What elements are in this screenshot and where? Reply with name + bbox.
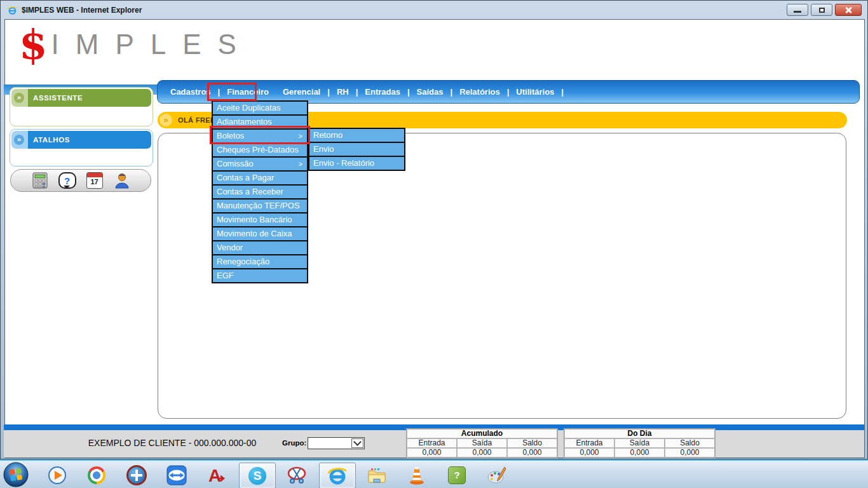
menu-separator: | (561, 87, 564, 97)
menu-financeiro[interactable]: Financeiro (223, 85, 273, 99)
simples-logo: $ IMPLES (19, 25, 253, 64)
assistente-header[interactable]: » ASSISTENTE (11, 89, 151, 107)
dropdown-item-boletos[interactable]: Boletos> (212, 128, 308, 144)
ammyy-admin-icon: A (207, 465, 227, 485)
item-label: Envio - Relatório (313, 157, 404, 170)
start-button[interactable] (3, 462, 29, 487)
column-header: Saída (457, 438, 507, 448)
dropdown-item-cheques-pre-datados[interactable]: Cheques Pré-Datados (212, 142, 308, 158)
user-icon[interactable] (113, 172, 131, 189)
taskbar-snipping-tool[interactable] (279, 463, 315, 487)
item-label: Movimento Bancário (217, 214, 307, 226)
taskbar-teamviewer[interactable] (159, 463, 194, 487)
dropdown-item-comissao[interactable]: Comissão> (212, 156, 308, 172)
menu-separator: | (507, 87, 510, 97)
client-name: EXEMPLO DE CLIENTE - 000.000.000-00 (61, 438, 283, 448)
table-value: 0,000 (665, 448, 715, 458)
calendar-icon[interactable]: 17 (86, 172, 104, 189)
submenu-item-envio[interactable]: Envio (308, 142, 405, 157)
item-label: Renegociação (217, 255, 307, 268)
table-value: 0,000 (507, 448, 557, 458)
dropdown-item-aceite-duplicatas[interactable]: Aceite Duplicatas (212, 100, 308, 116)
atalhos-label: ATALHOS (33, 136, 70, 144)
menu-separator: | (327, 87, 330, 97)
paint-icon (487, 465, 507, 485)
calculator-icon[interactable] (31, 172, 49, 189)
calendar-header (87, 173, 102, 177)
menu-utilitarios[interactable]: Utilitários (512, 85, 558, 99)
vlc-icon (407, 465, 427, 485)
menu-separator: | (218, 87, 220, 97)
submenu-item-envio-relatorio[interactable]: Envio - Relatório (308, 156, 405, 171)
window-title: $IMPLES WEB - Internet Explorer (22, 6, 142, 15)
boletos-submenu: Retorno Envio Envio - Relatório (308, 128, 405, 171)
windows-flag-icon (3, 462, 29, 487)
taskbar-vlc[interactable] (399, 463, 435, 487)
dodia-table: Do Dia Entrada Saída Saldo 0,000 0,000 0… (564, 428, 715, 458)
combo-arrow-button[interactable] (351, 438, 363, 448)
column-header: Saída (614, 438, 665, 448)
help-glyph: ? (64, 175, 70, 186)
help-icon[interactable]: ? (58, 172, 76, 189)
table-value: 0,000 (457, 448, 507, 458)
close-button[interactable] (835, 4, 862, 16)
menu-separator: | (451, 87, 453, 97)
menu-gerencial[interactable]: Gerencial (279, 85, 324, 99)
assistente-label: ASSISTENTE (33, 94, 83, 102)
taskbar-green-cube-help[interactable]: ? (439, 463, 475, 487)
folder-icon (367, 465, 387, 485)
dropdown-item-contas-a-pagar[interactable]: Contas a Pagar (212, 170, 308, 186)
menu-relatorios[interactable]: Relatórios (456, 85, 504, 99)
grupo-select[interactable] (308, 437, 365, 449)
banner-chevron-icon: » (159, 114, 172, 126)
snipping-tool-icon (287, 465, 307, 485)
logo-dollar: $ (19, 25, 48, 64)
sidebar-toolbar: ? 17 (10, 169, 151, 192)
item-label: Movimento de Caixa (217, 227, 307, 240)
dropdown-item-renegociacao[interactable]: Renegociação (212, 254, 308, 269)
blue-plus-icon (126, 465, 147, 485)
item-label: Contas a Pagar (217, 172, 307, 184)
taskbar-skype[interactable]: S (239, 463, 276, 488)
teamviewer-icon (166, 465, 187, 485)
atalhos-chevron-icon: » (14, 135, 24, 145)
item-label: Aceite Duplicatas (217, 102, 307, 114)
restore-button[interactable] (811, 4, 832, 16)
taskbar: A S (0, 459, 868, 488)
dropdown-item-adiantamentos[interactable]: Adiantamentos (212, 114, 308, 130)
taskbar-ammyy-admin[interactable]: A (199, 463, 234, 487)
minimize-icon (794, 11, 801, 13)
chevron-down-icon (353, 438, 362, 446)
menu-saidas[interactable]: Saídas (413, 85, 447, 99)
media-player-icon (47, 465, 67, 485)
taskbar-blue-plus[interactable] (119, 463, 154, 487)
taskbar-chrome[interactable] (79, 463, 114, 487)
svg-text:A: A (208, 466, 221, 485)
cube-glyph: ? (454, 470, 459, 480)
menu-separator: | (356, 87, 358, 97)
item-label: EGF (217, 269, 307, 282)
taskbar-internet-explorer[interactable] (319, 463, 356, 488)
taskbar-file-explorer[interactable] (359, 463, 395, 487)
column-header: Entrada (407, 438, 457, 448)
dropdown-item-egf[interactable]: EGF (212, 268, 308, 283)
acumulado-table: Acumulado Entrada Saída Saldo 0,000 0,00… (406, 428, 558, 458)
title-bar[interactable]: $IMPLES WEB - Internet Explorer (1, 1, 868, 19)
dropdown-item-contas-a-receber[interactable]: Contas a Receber (212, 184, 308, 200)
submenu-item-retorno[interactable]: Retorno (308, 128, 405, 143)
menu-rh[interactable]: RH (333, 85, 353, 99)
minimize-button[interactable] (787, 4, 808, 16)
dropdown-item-movimento-de-caixa[interactable]: Movimento de Caixa (212, 226, 308, 241)
dropdown-item-vendor[interactable]: Vendor (212, 240, 308, 255)
dropdown-item-movimento-bancario[interactable]: Movimento Bancário (212, 212, 308, 227)
menu-cadastros[interactable]: Cadastros (166, 85, 215, 99)
atalhos-panel: » ATALHOS (10, 129, 153, 166)
menu-entradas[interactable]: Entradas (361, 85, 404, 99)
column-header: Saldo (507, 438, 557, 448)
taskbar-paint[interactable] (479, 463, 515, 487)
atalhos-header[interactable]: » ATALHOS (11, 131, 151, 149)
dropdown-item-manutencao-tef-pos[interactable]: Manutenção TEF/POS (212, 198, 308, 214)
item-label: Adiantamentos (217, 116, 307, 128)
taskbar-media-player[interactable] (39, 463, 75, 487)
table-value: 0,000 (564, 448, 614, 458)
